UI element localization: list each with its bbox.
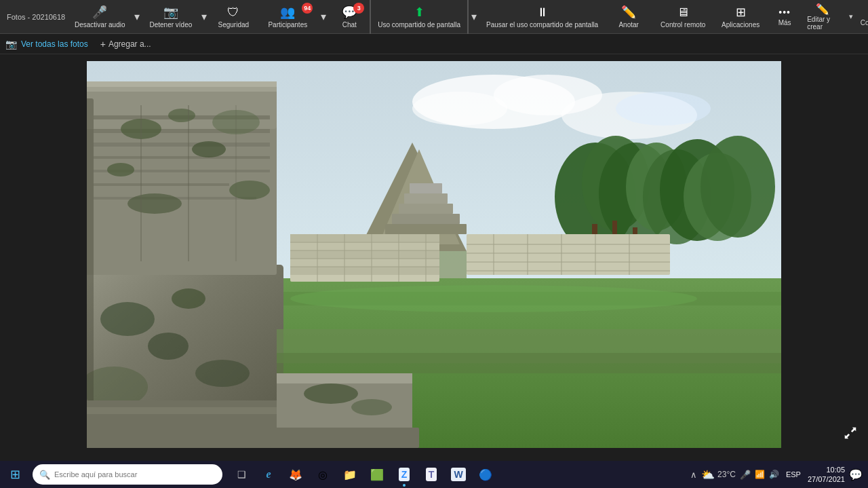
svg-rect-28 xyxy=(290,234,439,242)
share-button[interactable]: ⤴ Compartir xyxy=(859,0,868,34)
remote-control-icon: 🖥 xyxy=(677,5,689,20)
word-icon: W xyxy=(451,468,465,481)
volume-icon[interactable]: 🔊 xyxy=(769,470,779,479)
teams-app[interactable]: T xyxy=(418,461,445,488)
svg-point-57 xyxy=(172,288,205,309)
app10[interactable]: 🔵 xyxy=(472,461,499,488)
chat-button[interactable]: 💬 Chat 3 xyxy=(329,0,370,34)
svg-point-72 xyxy=(107,163,134,176)
main-toolbar: Fotos - 20210618 🎤 Desactivar audio ▾ 📷 … xyxy=(0,0,868,34)
foreground-stone xyxy=(87,81,297,448)
edge-icon: e xyxy=(266,468,271,481)
share-screen-label: Uso compartido de pantalla xyxy=(378,21,460,29)
svg-rect-52 xyxy=(439,251,467,278)
remote-control-button[interactable]: 🖥 Control remoto xyxy=(652,0,713,34)
participants-chevron[interactable]: ▾ xyxy=(318,0,329,34)
plus-icon: + xyxy=(100,39,106,50)
participants-button[interactable]: 👥 Participantes 94 xyxy=(257,0,318,34)
svg-point-55 xyxy=(148,333,189,360)
chat-label: Chat xyxy=(342,21,357,29)
microphone-icon[interactable]: 🎤 xyxy=(740,470,751,480)
more-button[interactable]: ••• Más xyxy=(768,0,802,34)
annotate-icon: ✏️ xyxy=(621,5,636,20)
annotate-button[interactable]: ✏️ Anotar xyxy=(605,0,652,34)
security-icon: 🛡 xyxy=(227,5,239,20)
chrome-icon: ◎ xyxy=(318,468,328,481)
word-app[interactable]: W xyxy=(445,461,472,488)
share-screen-button[interactable]: ⬆ Uso compartido de pantalla xyxy=(370,0,469,34)
svg-point-59 xyxy=(195,360,250,387)
annotate-label: Anotar xyxy=(618,21,638,29)
pause-share-label: Pausar el uso compartido de pantalla xyxy=(486,21,598,29)
apps-icon: ⊞ xyxy=(736,5,746,20)
mute-audio-button[interactable]: 🎤 Desactivar audio xyxy=(68,0,132,34)
firefox-app[interactable]: 🦊 xyxy=(282,461,309,488)
teams-icon: T xyxy=(426,468,437,481)
svg-rect-80 xyxy=(87,98,94,448)
svg-rect-81 xyxy=(87,81,277,87)
stop-video-button[interactable]: 📷 Detener vídeo xyxy=(142,0,199,34)
stop-video-chevron[interactable]: ▾ xyxy=(199,0,210,34)
taskbar-search[interactable]: 🔍 xyxy=(33,464,222,485)
add-to-button[interactable]: + Agregar a... xyxy=(100,39,151,50)
back-to-photos[interactable]: 📷 Ver todas las fotos xyxy=(5,39,88,50)
stop-video-label: Detener vídeo xyxy=(149,21,192,29)
pause-share-button[interactable]: ⏸ Pausar el uso compartido de pantalla xyxy=(479,0,605,34)
weather-temp: 23°C xyxy=(717,470,736,479)
svg-point-86 xyxy=(304,383,358,404)
clock[interactable]: 10:05 27/07/2021 xyxy=(808,465,845,485)
mute-audio-label: Desactivar audio xyxy=(75,21,125,29)
svg-point-5 xyxy=(616,92,711,126)
svg-rect-85 xyxy=(277,373,412,383)
svg-rect-83 xyxy=(87,407,297,414)
svg-point-54 xyxy=(100,302,155,336)
participants-label: Participantes xyxy=(268,21,307,29)
app10-icon: 🔵 xyxy=(479,468,492,481)
weather-icon: ⛅ xyxy=(701,468,715,481)
svg-point-87 xyxy=(351,399,392,415)
app6[interactable]: 🟩 xyxy=(363,461,391,488)
toolbar-items: 🎤 Desactivar audio ▾ 📷 Detener vídeo ▾ 🛡… xyxy=(68,0,802,34)
mute-audio-chevron[interactable]: ▾ xyxy=(132,0,142,34)
folder-icon: 📷 xyxy=(5,39,17,50)
svg-rect-90 xyxy=(277,353,781,373)
date-display: 27/07/2021 xyxy=(808,474,845,484)
svg-point-26 xyxy=(290,285,697,312)
add-label: Agregar a... xyxy=(108,39,151,49)
share-screen-chevron[interactable]: ▾ xyxy=(469,0,479,34)
task-view-button[interactable]: ❑ xyxy=(228,461,255,488)
back-label: Ver todas las fotos xyxy=(21,39,88,49)
zoom-app[interactable]: Z xyxy=(391,461,418,488)
weather-widget[interactable]: ⛅ 23°C xyxy=(701,468,736,481)
svg-rect-22 xyxy=(404,193,448,204)
chevron-up-icon[interactable]: ∧ xyxy=(690,470,697,480)
mic-icon: 🎤 xyxy=(92,5,107,20)
participants-badge: 94 xyxy=(302,3,313,14)
expand-button[interactable] xyxy=(843,426,858,444)
notification-button[interactable]: 💬 xyxy=(849,468,863,481)
chrome-app[interactable]: ◎ xyxy=(309,461,336,488)
participants-icon: 👥 xyxy=(280,5,295,20)
edge-app[interactable]: e xyxy=(255,461,282,488)
ruins-photo xyxy=(87,61,781,448)
files-app[interactable]: 📁 xyxy=(336,461,363,488)
search-input[interactable] xyxy=(54,470,216,478)
svg-rect-88 xyxy=(270,428,419,448)
svg-rect-65 xyxy=(94,143,270,147)
wifi-icon[interactable]: 📶 xyxy=(755,470,765,479)
main-content xyxy=(0,54,868,454)
security-button[interactable]: 🛡 Seguridad xyxy=(210,0,257,34)
svg-point-75 xyxy=(127,193,182,214)
search-icon: 🔍 xyxy=(39,470,50,480)
start-button[interactable]: ⊞ xyxy=(0,461,30,488)
edit-create-button[interactable]: ✏️ Editar y crear xyxy=(802,0,844,34)
svg-rect-32 xyxy=(290,267,439,275)
secondary-bar: 📷 Ver todas las fotos + Agregar a... xyxy=(0,34,868,54)
edit-create-chevron[interactable]: ▾ xyxy=(846,0,856,34)
svg-point-3 xyxy=(412,92,507,126)
apps-button[interactable]: ⊞ Aplicaciones xyxy=(713,0,768,34)
time-display: 10:05 xyxy=(808,465,845,474)
windows-start-icon: ⊞ xyxy=(10,467,20,482)
taskbar-right: ∧ ⛅ 23°C 🎤 📶 🔊 ESP 10:05 27/07/2021 💬 xyxy=(690,465,868,485)
language-indicator[interactable]: ESP xyxy=(783,470,804,478)
